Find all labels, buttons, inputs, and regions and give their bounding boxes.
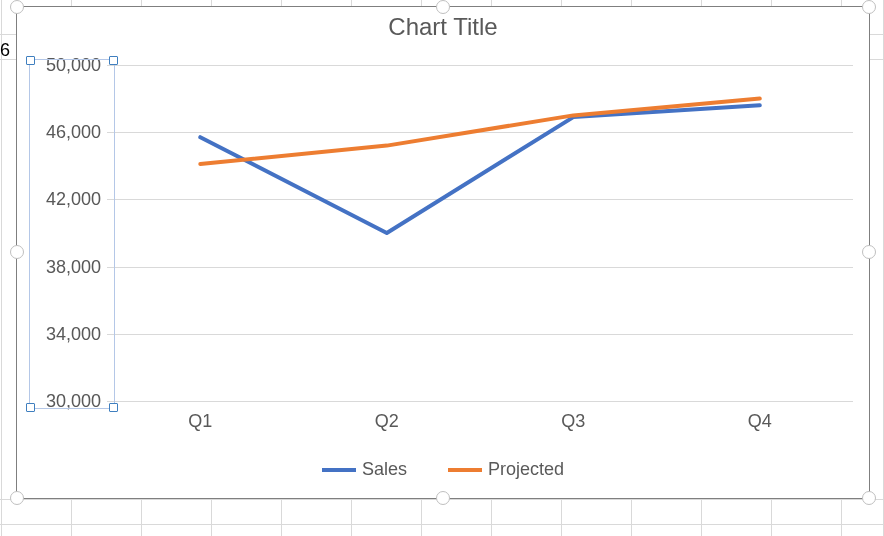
x-tick-label: Q2 bbox=[375, 411, 399, 432]
legend-label: Projected bbox=[488, 459, 564, 480]
legend-item-projected[interactable]: Projected bbox=[448, 459, 564, 480]
chart-title[interactable]: Chart Title bbox=[17, 13, 869, 41]
x-tick-label: Q4 bbox=[748, 411, 772, 432]
legend-swatch bbox=[448, 468, 482, 472]
series-line-projected bbox=[200, 99, 760, 165]
series-line-sales bbox=[200, 105, 760, 233]
y-axis-selection[interactable] bbox=[29, 59, 115, 409]
resize-handle-e[interactable] bbox=[862, 245, 876, 259]
chart-legend[interactable]: Sales Projected bbox=[17, 456, 869, 481]
chart-object[interactable]: Chart Title 50,000 46,000 42,000 38,000 … bbox=[16, 6, 870, 499]
x-tick-label: Q1 bbox=[188, 411, 212, 432]
resize-handle-w[interactable] bbox=[10, 245, 24, 259]
resize-handle-ne[interactable] bbox=[862, 0, 876, 14]
resize-handle-nw[interactable] bbox=[10, 0, 24, 14]
plot-area[interactable] bbox=[107, 65, 853, 401]
resize-handle-s[interactable] bbox=[436, 491, 450, 505]
gridline bbox=[107, 401, 853, 402]
cell-peek-text: 6 bbox=[0, 40, 10, 61]
resize-handle-sw[interactable] bbox=[10, 491, 24, 505]
legend-swatch bbox=[322, 468, 356, 472]
resize-handle-n[interactable] bbox=[436, 0, 450, 14]
legend-item-sales[interactable]: Sales bbox=[322, 459, 407, 480]
resize-handle-se[interactable] bbox=[862, 491, 876, 505]
legend-label: Sales bbox=[362, 459, 407, 480]
chart-lines bbox=[107, 65, 853, 401]
x-tick-label: Q3 bbox=[561, 411, 585, 432]
